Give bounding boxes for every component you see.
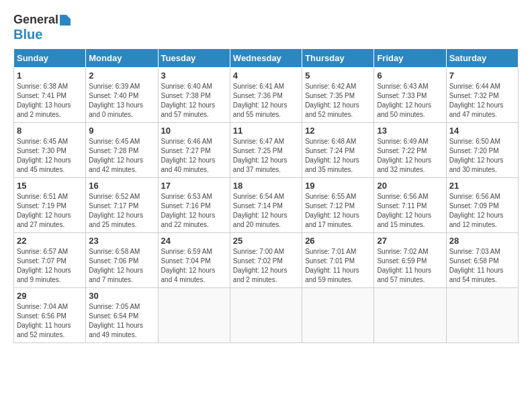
calendar-day-cell: 11Sunrise: 6:47 AMSunset: 7:25 PMDayligh… [230, 122, 302, 177]
day-info: Sunrise: 6:54 AMSunset: 7:14 PMDaylight:… [233, 192, 299, 230]
calendar-week-row: 15Sunrise: 6:51 AMSunset: 7:19 PMDayligh… [14, 177, 519, 232]
calendar-day-cell: 27Sunrise: 7:02 AMSunset: 6:59 PMDayligh… [374, 232, 446, 287]
calendar-day-cell: 8Sunrise: 6:45 AMSunset: 7:30 PMDaylight… [14, 122, 86, 177]
logo-blue: Blue [13, 27, 42, 42]
day-number: 12 [305, 126, 371, 136]
day-info: Sunrise: 6:56 AMSunset: 7:09 PMDaylight:… [449, 192, 515, 230]
day-number: 7 [449, 71, 515, 81]
day-info: Sunrise: 6:58 AMSunset: 7:06 PMDaylight:… [89, 247, 154, 285]
calendar-day-cell: 5Sunrise: 6:42 AMSunset: 7:35 PMDaylight… [302, 67, 374, 122]
day-number: 14 [449, 126, 515, 136]
day-number: 15 [17, 181, 83, 191]
day-number: 11 [233, 126, 299, 136]
day-info: Sunrise: 7:01 AMSunset: 7:01 PMDaylight:… [305, 247, 371, 285]
day-info: Sunrise: 6:50 AMSunset: 7:20 PMDaylight:… [449, 137, 515, 175]
calendar-day-cell: 17Sunrise: 6:53 AMSunset: 7:16 PMDayligh… [158, 177, 230, 232]
calendar-day-cell: 29Sunrise: 7:04 AMSunset: 6:56 PMDayligh… [14, 287, 86, 342]
day-info: Sunrise: 7:03 AMSunset: 6:58 PMDaylight:… [449, 247, 515, 285]
day-info: Sunrise: 7:00 AMSunset: 7:02 PMDaylight:… [233, 247, 299, 285]
calendar-table: SundayMondayTuesdayWednesdayThursdayFrid… [13, 48, 519, 343]
calendar-day-cell: 23Sunrise: 6:58 AMSunset: 7:06 PMDayligh… [86, 232, 158, 287]
calendar-day-cell: 12Sunrise: 6:48 AMSunset: 7:24 PMDayligh… [302, 122, 374, 177]
calendar-day-cell [446, 287, 518, 342]
day-number: 17 [161, 181, 227, 191]
calendar-day-cell: 21Sunrise: 6:56 AMSunset: 7:09 PMDayligh… [446, 177, 518, 232]
logo: General Blue [13, 13, 71, 42]
calendar-day-cell: 6Sunrise: 6:43 AMSunset: 7:33 PMDaylight… [374, 67, 446, 122]
day-info: Sunrise: 6:52 AMSunset: 7:17 PMDaylight:… [89, 192, 154, 230]
calendar-day-cell: 7Sunrise: 6:44 AMSunset: 7:32 PMDaylight… [446, 67, 518, 122]
day-number: 1 [17, 71, 83, 81]
day-info: Sunrise: 6:43 AMSunset: 7:33 PMDaylight:… [377, 82, 443, 120]
day-info: Sunrise: 7:04 AMSunset: 6:56 PMDaylight:… [17, 302, 83, 340]
calendar-day-cell: 1Sunrise: 6:38 AMSunset: 7:41 PMDaylight… [14, 67, 86, 122]
calendar-day-cell: 9Sunrise: 6:45 AMSunset: 7:28 PMDaylight… [86, 122, 158, 177]
calendar-day-cell: 3Sunrise: 6:40 AMSunset: 7:38 PMDaylight… [158, 67, 230, 122]
day-info: Sunrise: 6:55 AMSunset: 7:12 PMDaylight:… [305, 192, 371, 230]
day-info: Sunrise: 6:46 AMSunset: 7:27 PMDaylight:… [161, 137, 227, 175]
day-info: Sunrise: 6:48 AMSunset: 7:24 PMDaylight:… [305, 137, 371, 175]
day-info: Sunrise: 6:42 AMSunset: 7:35 PMDaylight:… [305, 82, 371, 120]
day-info: Sunrise: 7:05 AMSunset: 6:54 PMDaylight:… [89, 302, 154, 340]
header-wednesday: Wednesday [230, 48, 302, 67]
day-info: Sunrise: 6:44 AMSunset: 7:32 PMDaylight:… [449, 82, 515, 120]
day-number: 2 [89, 71, 154, 81]
day-info: Sunrise: 6:49 AMSunset: 7:22 PMDaylight:… [377, 137, 443, 175]
day-number: 8 [17, 126, 83, 136]
calendar-day-cell: 16Sunrise: 6:52 AMSunset: 7:17 PMDayligh… [86, 177, 158, 232]
calendar-day-cell: 20Sunrise: 6:56 AMSunset: 7:11 PMDayligh… [374, 177, 446, 232]
calendar-week-row: 22Sunrise: 6:57 AMSunset: 7:07 PMDayligh… [14, 232, 519, 287]
day-info: Sunrise: 6:59 AMSunset: 7:04 PMDaylight:… [161, 247, 227, 285]
day-number: 23 [89, 236, 154, 246]
calendar-day-cell: 4Sunrise: 6:41 AMSunset: 7:36 PMDaylight… [230, 67, 302, 122]
day-number: 18 [233, 181, 299, 191]
calendar-day-cell: 25Sunrise: 7:00 AMSunset: 7:02 PMDayligh… [230, 232, 302, 287]
calendar-day-cell: 26Sunrise: 7:01 AMSunset: 7:01 PMDayligh… [302, 232, 374, 287]
logo-icon [60, 15, 71, 26]
day-number: 13 [377, 126, 443, 136]
day-info: Sunrise: 6:57 AMSunset: 7:07 PMDaylight:… [17, 247, 83, 285]
day-info: Sunrise: 6:56 AMSunset: 7:11 PMDaylight:… [377, 192, 443, 230]
day-number: 21 [449, 181, 515, 191]
day-number: 3 [161, 71, 227, 81]
day-number: 9 [89, 126, 154, 136]
day-number: 26 [305, 236, 371, 246]
calendar-day-cell: 2Sunrise: 6:39 AMSunset: 7:40 PMDaylight… [86, 67, 158, 122]
day-info: Sunrise: 6:45 AMSunset: 7:30 PMDaylight:… [17, 137, 83, 175]
header-friday: Friday [374, 48, 446, 67]
day-info: Sunrise: 6:38 AMSunset: 7:41 PMDaylight:… [17, 82, 83, 120]
calendar-day-cell: 30Sunrise: 7:05 AMSunset: 6:54 PMDayligh… [86, 287, 158, 342]
day-number: 6 [377, 71, 443, 81]
calendar-day-cell: 15Sunrise: 6:51 AMSunset: 7:19 PMDayligh… [14, 177, 86, 232]
day-number: 16 [89, 181, 154, 191]
day-info: Sunrise: 6:45 AMSunset: 7:28 PMDaylight:… [89, 137, 154, 175]
calendar-day-cell: 28Sunrise: 7:03 AMSunset: 6:58 PMDayligh… [446, 232, 518, 287]
calendar-day-cell: 18Sunrise: 6:54 AMSunset: 7:14 PMDayligh… [230, 177, 302, 232]
day-number: 30 [89, 291, 154, 301]
calendar-day-cell [230, 287, 302, 342]
calendar-day-cell [302, 287, 374, 342]
day-number: 4 [233, 71, 299, 81]
day-info: Sunrise: 6:40 AMSunset: 7:38 PMDaylight:… [161, 82, 227, 120]
day-info: Sunrise: 6:53 AMSunset: 7:16 PMDaylight:… [161, 192, 227, 230]
header-tuesday: Tuesday [158, 48, 230, 67]
calendar-week-row: 8Sunrise: 6:45 AMSunset: 7:30 PMDaylight… [14, 122, 519, 177]
header-saturday: Saturday [446, 48, 518, 67]
day-info: Sunrise: 6:39 AMSunset: 7:40 PMDaylight:… [89, 82, 154, 120]
header: General Blue [13, 13, 519, 42]
calendar-day-cell [158, 287, 230, 342]
day-number: 27 [377, 236, 443, 246]
day-number: 24 [161, 236, 227, 246]
day-number: 29 [17, 291, 83, 301]
day-number: 22 [17, 236, 83, 246]
day-number: 19 [305, 181, 371, 191]
header-thursday: Thursday [302, 48, 374, 67]
calendar-day-cell: 14Sunrise: 6:50 AMSunset: 7:20 PMDayligh… [446, 122, 518, 177]
calendar-day-cell: 10Sunrise: 6:46 AMSunset: 7:27 PMDayligh… [158, 122, 230, 177]
calendar-week-row: 29Sunrise: 7:04 AMSunset: 6:56 PMDayligh… [14, 287, 519, 342]
day-info: Sunrise: 6:41 AMSunset: 7:36 PMDaylight:… [233, 82, 299, 120]
calendar-header-row: SundayMondayTuesdayWednesdayThursdayFrid… [14, 48, 519, 67]
logo-general: General [13, 13, 58, 27]
day-info: Sunrise: 7:02 AMSunset: 6:59 PMDaylight:… [377, 247, 443, 285]
calendar-day-cell: 22Sunrise: 6:57 AMSunset: 7:07 PMDayligh… [14, 232, 86, 287]
